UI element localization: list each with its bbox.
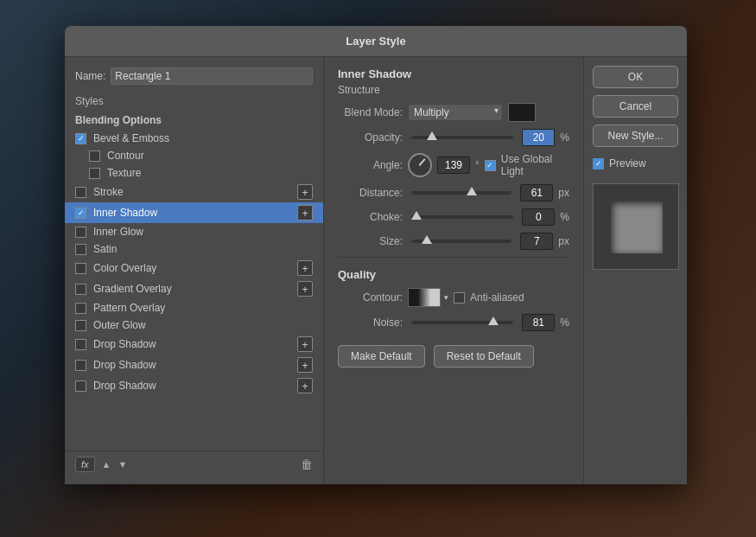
contour-checkbox[interactable]	[89, 150, 100, 162]
style-item-outer-glow[interactable]: Outer Glow	[65, 316, 323, 334]
style-item-stroke[interactable]: Stroke +	[65, 182, 323, 202]
inner-shadow-add-btn[interactable]: +	[297, 205, 313, 221]
blend-mode-row: Blend Mode: Multiply Normal Screen Overl…	[338, 103, 569, 122]
center-panel: Inner Shadow Structure Blend Mode: Multi…	[324, 57, 583, 484]
texture-checkbox[interactable]	[89, 168, 100, 179]
choke-label: Choke:	[338, 211, 403, 223]
outer-glow-checkbox[interactable]	[75, 320, 86, 331]
inner-shadow-checkbox[interactable]: ✓	[75, 208, 86, 219]
anti-aliased-checkbox[interactable]	[454, 292, 465, 304]
blend-mode-select[interactable]: Multiply Normal Screen Overlay	[408, 104, 503, 121]
gradient-overlay-add-btn[interactable]: +	[297, 281, 313, 297]
opacity-input[interactable]	[522, 129, 555, 146]
choke-slider[interactable]	[411, 215, 513, 219]
layer-name-input[interactable]	[111, 67, 313, 85]
gradient-overlay-checkbox[interactable]	[75, 284, 86, 295]
style-item-inner-glow[interactable]: Inner Glow	[65, 223, 323, 240]
use-global-light-label: Use Global Light	[501, 153, 569, 177]
angle-dial[interactable]	[408, 153, 432, 177]
style-item-drop-shadow-1[interactable]: Drop Shadow +	[65, 334, 323, 355]
opacity-slider[interactable]	[411, 136, 513, 139]
drop-shadow-1-add-btn[interactable]: +	[297, 336, 313, 352]
distance-slider[interactable]	[411, 191, 511, 195]
noise-slider[interactable]	[411, 321, 513, 324]
style-item-color-overlay[interactable]: Color Overlay +	[65, 258, 323, 278]
blending-options-item[interactable]: Blending Options	[65, 111, 323, 130]
size-slider[interactable]	[411, 240, 511, 243]
stroke-add-btn[interactable]: +	[297, 184, 313, 200]
fx-button[interactable]: fx	[75, 457, 95, 472]
color-overlay-label: Color Overlay	[93, 262, 294, 274]
texture-label: Texture	[107, 167, 313, 179]
cancel-button[interactable]: Cancel	[593, 95, 678, 118]
style-item-pattern-overlay[interactable]: Pattern Overlay	[65, 299, 323, 316]
angle-input[interactable]	[437, 157, 470, 174]
bevel-emboss-label: Bevel & Emboss	[93, 132, 313, 144]
drop-shadow-2-add-btn[interactable]: +	[297, 357, 313, 373]
dialog-title: Layer Style	[346, 35, 405, 48]
contour-preview[interactable]	[408, 288, 441, 307]
drop-shadow-2-checkbox[interactable]	[75, 360, 86, 371]
reset-to-default-button[interactable]: Reset to Default	[434, 345, 534, 368]
style-item-satin[interactable]: Satin	[65, 240, 323, 258]
ok-button[interactable]: OK	[593, 66, 678, 88]
preview-inner-rect	[611, 201, 663, 253]
opacity-row: Opacity: %	[338, 129, 569, 146]
color-overlay-add-btn[interactable]: +	[297, 260, 313, 276]
pattern-overlay-label: Pattern Overlay	[93, 302, 313, 314]
style-item-contour[interactable]: Contour	[65, 147, 323, 164]
choke-input[interactable]	[522, 208, 555, 226]
delete-button[interactable]: 🗑	[301, 457, 313, 471]
inner-glow-checkbox[interactable]	[75, 227, 86, 238]
stroke-label: Stroke	[93, 186, 294, 198]
inner-shadow-label: Inner Shadow	[93, 207, 294, 219]
noise-label: Noise:	[338, 316, 403, 329]
new-style-button[interactable]: New Style...	[593, 125, 678, 147]
use-global-light-checkbox[interactable]: ✓	[485, 160, 496, 171]
noise-input[interactable]	[522, 314, 555, 331]
size-input[interactable]	[520, 233, 553, 250]
move-up-button[interactable]: ▲	[102, 459, 111, 470]
style-item-bevel-emboss[interactable]: ✓ Bevel & Emboss	[65, 130, 323, 147]
satin-checkbox[interactable]	[75, 244, 86, 255]
opacity-unit: %	[560, 131, 569, 144]
preview-checkbox[interactable]: ✓	[593, 158, 604, 169]
contour-select-wrap: ▾	[408, 288, 448, 307]
blend-color-swatch[interactable]	[508, 103, 536, 122]
contour-dropdown-arrow[interactable]: ▾	[444, 293, 448, 302]
angle-unit: °	[475, 159, 480, 171]
preview-row: ✓ Preview	[593, 157, 678, 169]
style-item-drop-shadow-2[interactable]: Drop Shadow +	[65, 355, 323, 375]
noise-row: Noise: %	[338, 314, 569, 331]
move-down-button[interactable]: ▼	[118, 459, 127, 470]
color-overlay-checkbox[interactable]	[75, 263, 86, 274]
contour-label: Contour:	[338, 291, 403, 304]
outer-glow-label: Outer Glow	[93, 319, 313, 331]
size-row: Size: px	[338, 233, 569, 250]
satin-label: Satin	[93, 243, 313, 255]
pattern-overlay-checkbox[interactable]	[75, 303, 86, 314]
right-panel: OK Cancel New Style... ✓ Preview	[583, 57, 687, 484]
drop-shadow-1-label: Drop Shadow	[93, 338, 294, 350]
distance-input[interactable]	[520, 184, 553, 201]
drop-shadow-2-label: Drop Shadow	[93, 359, 294, 371]
stroke-checkbox[interactable]	[75, 187, 86, 198]
name-label: Name:	[75, 70, 105, 82]
bevel-emboss-checkbox[interactable]: ✓	[75, 133, 86, 144]
style-list: ✓ Bevel & Emboss Contour Texture Stroke	[65, 130, 323, 451]
drop-shadow-3-checkbox[interactable]	[75, 380, 86, 392]
style-item-gradient-overlay[interactable]: Gradient Overlay +	[65, 278, 323, 299]
choke-unit: %	[560, 211, 569, 223]
make-default-button[interactable]: Make Default	[338, 345, 425, 368]
choke-row: Choke: %	[338, 208, 569, 226]
style-item-texture[interactable]: Texture	[65, 164, 323, 182]
anti-aliased-label: Anti-aliased	[470, 291, 524, 304]
style-item-drop-shadow-3[interactable]: Drop Shadow +	[65, 375, 323, 396]
name-row: Name:	[65, 64, 323, 92]
gradient-overlay-label: Gradient Overlay	[93, 283, 294, 295]
drop-shadow-1-checkbox[interactable]	[75, 339, 86, 350]
drop-shadow-3-add-btn[interactable]: +	[297, 378, 313, 393]
style-item-inner-shadow[interactable]: ✓ Inner Shadow +	[65, 202, 323, 223]
contour-row: Contour: ▾ Anti-aliased	[338, 288, 569, 307]
inner-glow-label: Inner Glow	[93, 226, 313, 238]
